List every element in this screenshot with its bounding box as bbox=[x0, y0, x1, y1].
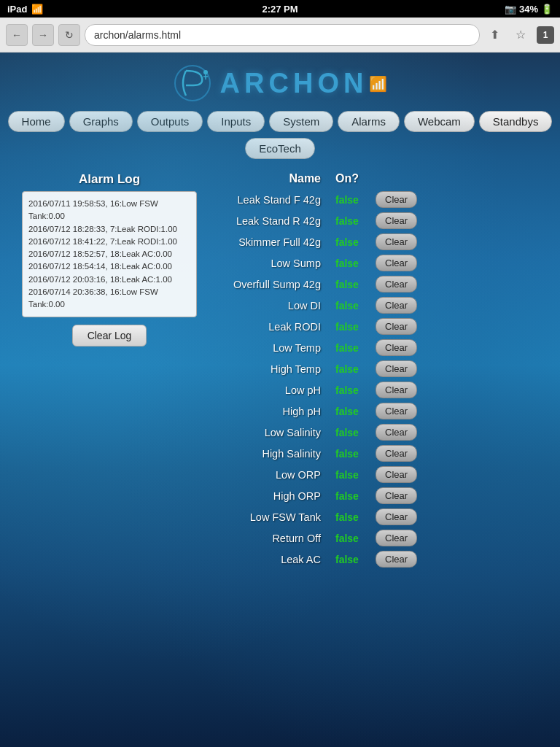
alarm-row: Leak Stand R 42gfalseClear bbox=[211, 211, 538, 231]
ipad-label: iPad bbox=[7, 4, 27, 15]
nav-webcam[interactable]: Webcam bbox=[404, 111, 475, 132]
alarm-row-name: Return Off bbox=[211, 533, 335, 544]
alarm-row-status: false bbox=[335, 384, 376, 396]
alarm-row-status: false bbox=[335, 194, 376, 206]
alarm-row: Leak Stand F 42gfalseClear bbox=[211, 190, 538, 209]
alarm-clear-button[interactable]: Clear bbox=[376, 212, 417, 229]
alarm-log-entry: 2016/07/12 18:41:22, 7:Leak RODI:1.00 bbox=[28, 236, 190, 248]
alarm-row: Leak ACfalseClear bbox=[211, 549, 538, 569]
alarm-row-name: High pH bbox=[211, 406, 335, 417]
tab-count[interactable]: 1 bbox=[537, 26, 554, 44]
alarm-clear-button[interactable]: Clear bbox=[376, 551, 417, 568]
alarm-row: High pHfalseClear bbox=[211, 401, 538, 421]
alarm-row-status: false bbox=[335, 279, 376, 290]
forward-button[interactable]: → bbox=[32, 24, 54, 46]
battery-icon: 🔋 bbox=[541, 4, 553, 15]
alarm-row: High TempfalseClear bbox=[211, 359, 538, 379]
alarm-row-name: Leak RODI bbox=[211, 321, 335, 333]
status-left: iPad 📶 bbox=[7, 4, 43, 15]
alarm-row-status: false bbox=[335, 342, 376, 354]
alarm-row-status: false bbox=[335, 258, 376, 269]
alarm-clear-button[interactable]: Clear bbox=[376, 318, 417, 335]
alarm-row-name: Leak Stand R 42g bbox=[211, 215, 335, 227]
alarm-row-name: Low DI bbox=[211, 300, 335, 311]
alarm-clear-button[interactable]: Clear bbox=[376, 424, 417, 441]
alarm-clear-button[interactable]: Clear bbox=[376, 191, 417, 208]
nav-graphs[interactable]: Graphs bbox=[69, 111, 133, 132]
nav-alarms[interactable]: Alarms bbox=[338, 111, 400, 132]
alarm-row: Skimmer Full 42gfalseClear bbox=[211, 232, 538, 252]
alarm-row-name: Low ORP bbox=[211, 469, 335, 481]
panel-area: Alarm Log 2016/07/11 19:58:53, 16:Low FS… bbox=[0, 172, 560, 570]
back-button[interactable]: ← bbox=[6, 24, 28, 46]
alarm-clear-button[interactable]: Clear bbox=[376, 382, 417, 398]
alarm-log-entry: 2016/07/12 18:54:14, 18:Leak AC:0.00 bbox=[28, 260, 190, 273]
alarm-clear-button[interactable]: Clear bbox=[376, 508, 417, 525]
nav-standbys[interactable]: Standbys bbox=[479, 111, 553, 132]
nav-ecotech[interactable]: EcoTech bbox=[245, 138, 315, 159]
alarm-log-title: Alarm Log bbox=[22, 172, 197, 187]
alarm-log-entry: 2016/07/12 18:52:57, 18:Leak AC:0.00 bbox=[28, 248, 190, 260]
status-right: 📷 34% 🔋 bbox=[505, 4, 553, 15]
alarm-clear-button[interactable]: Clear bbox=[376, 403, 417, 419]
alarm-row-status: false bbox=[335, 300, 376, 311]
alarm-row: Low TempfalseClear bbox=[211, 338, 538, 357]
main-content: ARCHON 📶 Home Graphs Outputs Inputs Syst… bbox=[0, 53, 560, 747]
nav-row-2: EcoTech bbox=[245, 138, 315, 159]
nav-outputs[interactable]: Outputs bbox=[137, 111, 203, 132]
alarm-log-entry: 2016/07/12 20:03:16, 18:Leak AC:1.00 bbox=[28, 274, 190, 286]
alarm-log-entry: 2016/07/11 19:58:53, 16:Low FSW Tank:0.0… bbox=[28, 198, 190, 223]
alarm-log-entry: 2016/07/14 20:36:38, 16:Low FSW Tank:0.0… bbox=[28, 286, 190, 311]
battery-level: 34% bbox=[519, 4, 538, 15]
wifi-icon: 📶 bbox=[31, 4, 43, 15]
alarm-row: Low SalinityfalseClear bbox=[211, 422, 538, 442]
browser-actions: ⬆ ☆ 1 bbox=[484, 25, 554, 45]
alarm-row: Low pHfalseClear bbox=[211, 380, 538, 400]
header-action bbox=[379, 172, 430, 185]
alarm-row-status: false bbox=[335, 321, 376, 333]
alarm-clear-button[interactable]: Clear bbox=[376, 255, 417, 271]
alarm-row-status: false bbox=[335, 469, 376, 481]
url-text: archon/alarms.html bbox=[94, 29, 181, 41]
alarm-row-status: false bbox=[335, 406, 376, 417]
alarm-row-name: Leak AC bbox=[211, 554, 335, 565]
alarm-log-entry: 2016/07/12 18:28:33, 7:Leak RODI:1.00 bbox=[28, 223, 190, 236]
nav-inputs[interactable]: Inputs bbox=[207, 111, 265, 132]
alarm-row-name: Leak Stand F 42g bbox=[211, 194, 335, 206]
alarm-clear-button[interactable]: Clear bbox=[376, 233, 417, 250]
alarm-row-status: false bbox=[335, 448, 376, 460]
logo-area: ARCHON 📶 bbox=[0, 53, 560, 111]
alarm-row-status: false bbox=[335, 511, 376, 523]
alarm-clear-button[interactable]: Clear bbox=[376, 276, 417, 293]
alarm-rows-container: Leak Stand F 42gfalseClearLeak Stand R 4… bbox=[211, 190, 538, 569]
alarm-row-name: Low FSW Tank bbox=[211, 511, 335, 523]
alarm-log-box: 2016/07/11 19:58:53, 16:Low FSW Tank:0.0… bbox=[22, 191, 197, 317]
alarm-clear-button[interactable]: Clear bbox=[376, 339, 417, 356]
alarm-row-status: false bbox=[335, 490, 376, 502]
bookmark-button[interactable]: ☆ bbox=[510, 25, 531, 45]
nav-home[interactable]: Home bbox=[8, 111, 65, 132]
navigation: Home Graphs Outputs Inputs System Alarms… bbox=[0, 111, 560, 159]
alarm-row: Low ORPfalseClear bbox=[211, 465, 538, 484]
nav-system[interactable]: System bbox=[269, 111, 333, 132]
wifi-logo-icon: 📶 bbox=[369, 75, 387, 93]
share-button[interactable]: ⬆ bbox=[484, 25, 505, 45]
alarm-row-status: false bbox=[335, 363, 376, 375]
clear-log-button[interactable]: Clear Log bbox=[72, 325, 147, 347]
alarm-row-name: Low pH bbox=[211, 384, 335, 396]
alarm-row: High SalinityfalseClear bbox=[211, 444, 538, 463]
alarm-clear-button[interactable]: Clear bbox=[376, 360, 417, 377]
alarm-clear-button[interactable]: Clear bbox=[376, 466, 417, 483]
reload-button[interactable]: ↻ bbox=[58, 24, 80, 46]
url-bar[interactable]: archon/alarms.html bbox=[85, 24, 480, 46]
alarm-row-name: Low Sump bbox=[211, 258, 335, 269]
alarm-clear-button[interactable]: Clear bbox=[376, 530, 417, 546]
alarms-table-header: Name On? bbox=[211, 172, 538, 190]
archon-logo-icon bbox=[173, 63, 213, 104]
bluetooth-icon: 📷 bbox=[505, 4, 516, 15]
alarm-clear-button[interactable]: Clear bbox=[376, 487, 417, 504]
header-name: Name bbox=[211, 172, 335, 185]
alarm-row: Low DIfalseClear bbox=[211, 295, 538, 315]
alarm-clear-button[interactable]: Clear bbox=[376, 297, 417, 314]
alarm-clear-button[interactable]: Clear bbox=[376, 445, 417, 462]
